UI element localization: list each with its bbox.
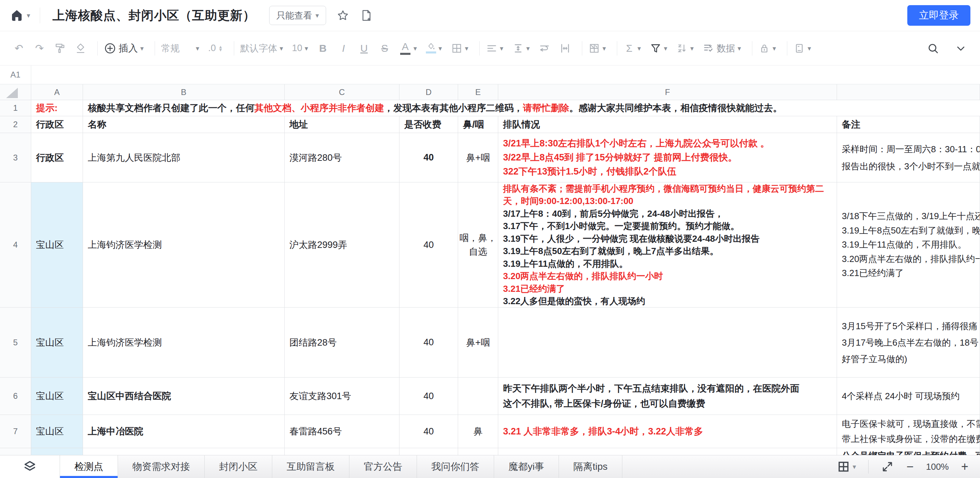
merge-cells-button[interactable]: [559, 43, 571, 54]
view-only-button[interactable]: 只能查看 ▾: [269, 6, 326, 25]
cell-note[interactable]: 电子医保卡就可，现场直接做，不需 带上社保卡或身份证，没带的在缴费: [837, 415, 980, 448]
column-header-a[interactable]: A: [31, 84, 83, 100]
cell-note[interactable]: 4个采样点 24小时 可现场预约: [837, 378, 980, 415]
formula-input[interactable]: [31, 65, 980, 84]
fill-color-button[interactable]: ▾: [426, 43, 442, 54]
font-size-select[interactable]: 10 ▾: [292, 43, 308, 54]
row-number[interactable]: 1: [0, 100, 31, 116]
grid-view-button[interactable]: ▾: [837, 460, 856, 473]
cell-notice-text[interactable]: 核酸共享文档作者只创建了此一个，任何其他文档、小程序并非作者创建，发现本表有其他…: [83, 100, 980, 116]
cell-header-name[interactable]: 名称: [83, 116, 285, 133]
sort-button[interactable]: ▾: [676, 43, 694, 54]
column-header-g[interactable]: [837, 84, 980, 100]
cell-fee[interactable]: 40: [399, 415, 458, 448]
font-color-button[interactable]: A ▾: [399, 41, 417, 55]
row-number[interactable]: 5: [0, 308, 31, 378]
cell-district[interactable]: 宝山区: [31, 378, 83, 415]
decimal-stepper[interactable]: .0 ▲▼: [208, 43, 223, 54]
cell-name[interactable]: 上海中冶医院: [83, 415, 285, 448]
cell-header-district[interactable]: 行政区: [31, 116, 83, 133]
name-box[interactable]: A1: [0, 65, 31, 84]
cell-options-button[interactable]: ▾: [794, 43, 811, 54]
cell-header-fee[interactable]: 是否收费: [399, 116, 458, 133]
cell-name[interactable]: 上海钧济医学检测: [83, 182, 285, 308]
cell-method[interactable]: 咽，鼻，自选: [458, 182, 498, 308]
cell-district[interactable]: 宝山区: [31, 415, 83, 448]
cell-notice-label[interactable]: 提示:: [31, 100, 83, 116]
redo-button[interactable]: ↷: [33, 42, 45, 54]
home-button[interactable]: ▾: [10, 8, 30, 22]
font-family-select[interactable]: 默认字体 ▾: [240, 42, 283, 54]
star-button[interactable]: [336, 9, 349, 22]
cell-district[interactable]: 行政区: [31, 133, 83, 182]
fullscreen-button[interactable]: [881, 460, 894, 473]
row-number[interactable]: 4: [0, 182, 31, 308]
cell-name[interactable]: 上海钧济医学检测: [83, 308, 285, 378]
cell-method[interactable]: 鼻+咽: [458, 308, 498, 378]
cell-header-note[interactable]: 备注: [837, 116, 980, 133]
filter-button[interactable]: ▾: [650, 43, 667, 54]
italic-button[interactable]: I: [338, 43, 349, 54]
zoom-in-button[interactable]: +: [961, 460, 968, 473]
sheet-tab-3[interactable]: 互助留言板: [272, 456, 349, 478]
cell-header-method[interactable]: 鼻/咽: [458, 116, 498, 133]
column-header-c[interactable]: C: [285, 84, 399, 100]
cell-fee[interactable]: 40: [399, 182, 458, 308]
format-painter-button[interactable]: [54, 43, 66, 54]
cell-note[interactable]: 3/18下午三点做的，3/19上午十点还 3.19上午8点50左右到了就做到，晚…: [837, 182, 980, 308]
sheet-tab-2[interactable]: 封闭小区: [205, 456, 272, 478]
column-header-b[interactable]: B: [83, 84, 285, 100]
number-format-select[interactable]: 常规 ▾: [161, 42, 199, 54]
zoom-out-button[interactable]: −: [906, 460, 913, 473]
borders-button[interactable]: ▾: [451, 43, 468, 54]
bold-button[interactable]: B: [317, 43, 329, 54]
clear-format-button[interactable]: [75, 43, 86, 54]
undo-button[interactable]: ↶: [13, 42, 25, 54]
cell-note[interactable]: 3月15号开了5个采样口，捅得很痛 3月17号晚上6点半左右做的，18号 好管子…: [837, 308, 980, 378]
cell-district[interactable]: 宝山区: [31, 182, 83, 308]
insert-button[interactable]: 插入 ▾: [104, 42, 144, 55]
select-all-corner[interactable]: [0, 84, 31, 100]
search-button[interactable]: [926, 42, 940, 55]
horizontal-align-button[interactable]: ▾: [486, 43, 503, 54]
sheet-tab-1[interactable]: 物资需求对接: [118, 456, 205, 478]
sheet-tab-4[interactable]: 官方公告: [349, 456, 417, 478]
cell-addr[interactable]: 沪太路2999弄: [285, 182, 399, 308]
cell-district[interactable]: 宝山区: [31, 308, 83, 378]
cell-addr[interactable]: 漠河路280号: [285, 133, 399, 182]
text-wrap-button[interactable]: [539, 43, 550, 54]
sheet-list-button[interactable]: [0, 456, 60, 478]
cell-header-addr[interactable]: 地址: [285, 116, 399, 133]
column-header-f[interactable]: F: [498, 84, 837, 100]
cell-method[interactable]: 鼻: [458, 415, 498, 448]
cell-queue[interactable]: 3.21 人非常非常多，排队3-4小时，3.22人非常多: [498, 415, 837, 448]
column-header-d[interactable]: D: [399, 84, 458, 100]
sheet-tab-0[interactable]: 检测点: [60, 456, 118, 478]
collapse-toolbar-button[interactable]: [955, 42, 967, 54]
sheet-tab-6[interactable]: 魔都yi事: [494, 456, 559, 478]
vertical-align-button[interactable]: ▾: [512, 43, 530, 54]
new-doc-button[interactable]: [360, 9, 373, 22]
cell-addr[interactable]: 友谊支路301号: [285, 378, 399, 415]
sheet-tab-7[interactable]: 隔离tips: [559, 456, 622, 478]
cell-queue[interactable]: [498, 308, 837, 378]
cell-fee[interactable]: 40: [399, 378, 458, 415]
cell-name[interactable]: 上海第九人民医院北部: [83, 133, 285, 182]
cell-queue[interactable]: 昨天下午排队两个半小时，下午五点结束排队，没有遮阳的，在医院外面 这个不排队, …: [498, 378, 837, 415]
cell-header-queue[interactable]: 排队情况: [498, 116, 837, 133]
cell-fee[interactable]: 40: [399, 308, 458, 378]
row-number[interactable]: 3: [0, 133, 31, 182]
cell-name[interactable]: 宝山区中西结合医院: [83, 378, 285, 415]
sum-button[interactable]: Σ▾: [624, 43, 641, 54]
cell-addr[interactable]: 春雷路456号: [285, 415, 399, 448]
cell-note[interactable]: 采样时间：周一至周六8：30-11：0 报告出的很快，3个小时不到一点就: [837, 133, 980, 182]
cell-queue[interactable]: 排队有条不紊；需提前手机小程序预约，微信海鸥可预约当日，健康云可预约第二 天，时…: [498, 182, 837, 308]
row-number[interactable]: 6: [0, 378, 31, 415]
strikethrough-button[interactable]: S: [379, 43, 391, 54]
login-button[interactable]: 立即登录: [907, 5, 970, 26]
column-header-e[interactable]: E: [458, 84, 498, 100]
underline-button[interactable]: U: [358, 43, 370, 54]
data-validation-button[interactable]: 数据 ▾: [703, 42, 741, 54]
cell-fee[interactable]: 40: [399, 133, 458, 182]
freeze-panes-button[interactable]: ▾: [589, 43, 606, 54]
